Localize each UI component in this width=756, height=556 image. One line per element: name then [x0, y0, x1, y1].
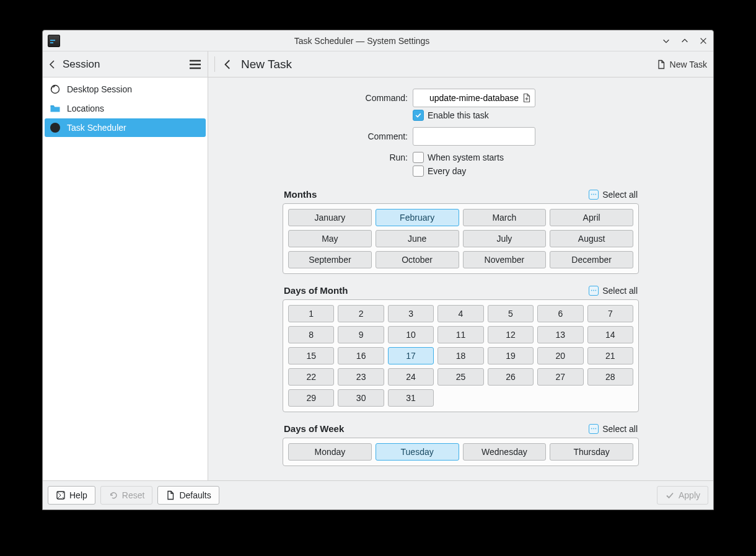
comment-input[interactable] [413, 127, 535, 146]
help-button[interactable]: Help [48, 486, 95, 505]
page-back-icon[interactable] [222, 59, 234, 70]
window-controls [661, 36, 708, 46]
day-toggle-11[interactable]: 11 [437, 326, 483, 343]
window-title: Task Scheduler — System Settings [63, 36, 661, 46]
apply-button: Apply [657, 486, 708, 505]
day-toggle-12[interactable]: 12 [488, 326, 534, 343]
day-toggle-17[interactable]: 17 [388, 347, 434, 364]
checkbox-checked-icon [413, 110, 424, 121]
footer: Help Reset Defaults Apply [43, 480, 713, 510]
run-label: Run: [208, 152, 413, 162]
day-toggle-2[interactable]: 2 [338, 305, 384, 322]
month-toggle-may[interactable]: May [288, 230, 372, 247]
day-toggle-16[interactable]: 16 [338, 347, 384, 364]
weekday-toggle-monday[interactable]: Monday [288, 443, 372, 461]
day-toggle-19[interactable]: 19 [488, 347, 534, 364]
titlebar: Task Scheduler — System Settings [43, 30, 713, 51]
day-toggle-21[interactable]: 21 [587, 347, 633, 364]
toolbar-middle: New Task [208, 51, 650, 77]
month-toggle-april[interactable]: April [550, 209, 633, 226]
sidebar: Desktop Session Locations Task Scheduler [43, 77, 208, 480]
day-toggle-22[interactable]: 22 [288, 368, 334, 386]
weekday-toggle-wednesday[interactable]: Wednesday [463, 443, 547, 461]
day-toggle-13[interactable]: 13 [537, 326, 583, 343]
month-toggle-november[interactable]: November [463, 251, 547, 268]
day-toggle-4[interactable]: 4 [437, 305, 483, 322]
enable-task-label: Enable this task [428, 110, 489, 120]
month-toggle-september[interactable]: September [288, 251, 372, 268]
folder-icon [50, 103, 61, 114]
sidebar-item-label: Task Scheduler [67, 123, 126, 133]
minimize-button[interactable] [661, 36, 671, 46]
run-every-day-checkbox[interactable]: Every day [413, 165, 466, 177]
day-toggle-5[interactable]: 5 [488, 305, 534, 322]
months-section: Months ⋯ Select all JanuaryFebruaryMarch… [283, 189, 639, 274]
apply-label: Apply [679, 490, 700, 500]
comment-label: Comment: [208, 131, 413, 141]
month-toggle-january[interactable]: January [288, 209, 372, 226]
day-toggle-29[interactable]: 29 [288, 389, 334, 407]
content-wrap: Command: [208, 77, 713, 480]
day-toggle-1[interactable]: 1 [288, 305, 334, 322]
month-toggle-december[interactable]: December [550, 251, 633, 268]
month-toggle-august[interactable]: August [550, 230, 633, 247]
month-toggle-july[interactable]: July [463, 230, 547, 247]
back-icon[interactable] [48, 60, 58, 69]
hamburger-icon[interactable] [188, 57, 203, 72]
select-all-icon: ⋯ [589, 424, 599, 434]
day-toggle-26[interactable]: 26 [488, 368, 534, 386]
select-all-label: Select all [602, 286, 638, 296]
select-all-icon: ⋯ [589, 286, 599, 296]
day-toggle-27[interactable]: 27 [537, 368, 583, 386]
close-button[interactable] [698, 36, 708, 46]
day-toggle-25[interactable]: 25 [437, 368, 483, 386]
run-system-start-checkbox[interactable]: When system starts [413, 152, 504, 163]
month-toggle-june[interactable]: June [376, 230, 459, 247]
checkbox-icon [413, 152, 424, 163]
select-all-label: Select all [602, 424, 638, 434]
day-toggle-7[interactable]: 7 [587, 305, 633, 322]
new-task-button[interactable]: New Task [650, 51, 713, 77]
day-toggle-20[interactable]: 20 [537, 347, 583, 364]
day-toggle-15[interactable]: 15 [288, 347, 334, 364]
day-toggle-24[interactable]: 24 [388, 368, 434, 386]
new-task-label: New Task [670, 60, 707, 69]
enable-task-checkbox[interactable]: Enable this task [413, 110, 489, 121]
window: Task Scheduler — System Settings Session [42, 30, 714, 510]
day-toggle-9[interactable]: 9 [338, 326, 384, 343]
reset-label: Reset [122, 490, 145, 500]
clock-icon [50, 122, 61, 133]
sidebar-item-label: Desktop Session [67, 84, 132, 94]
day-toggle-3[interactable]: 3 [388, 305, 434, 322]
days-of-month-title: Days of Month [284, 285, 348, 296]
day-toggle-14[interactable]: 14 [587, 326, 633, 343]
sidebar-item-task-scheduler[interactable]: Task Scheduler [45, 118, 206, 137]
weekday-toggle-thursday[interactable]: Thursday [550, 443, 633, 461]
day-toggle-31[interactable]: 31 [388, 389, 434, 407]
page-title: New Task [241, 58, 292, 71]
day-toggle-28[interactable]: 28 [587, 368, 633, 386]
command-label: Command: [208, 93, 413, 103]
day-toggle-8[interactable]: 8 [288, 326, 334, 343]
app-icon [48, 35, 60, 47]
sidebar-item-desktop-session[interactable]: Desktop Session [45, 80, 206, 99]
sidebar-item-locations[interactable]: Locations [45, 99, 206, 118]
weekday-toggle-tuesday[interactable]: Tuesday [376, 443, 459, 461]
defaults-button[interactable]: Defaults [157, 486, 219, 505]
refresh-icon [50, 84, 61, 95]
days-of-week-select-all[interactable]: ⋯ Select all [589, 424, 638, 434]
command-input[interactable] [413, 89, 535, 107]
days-of-month-select-all[interactable]: ⋯ Select all [589, 286, 638, 296]
month-toggle-march[interactable]: March [463, 209, 547, 226]
day-toggle-18[interactable]: 18 [437, 347, 483, 364]
months-select-all[interactable]: ⋯ Select all [589, 190, 638, 200]
month-toggle-february[interactable]: February [376, 209, 459, 226]
day-toggle-23[interactable]: 23 [338, 368, 384, 386]
browse-icon[interactable] [522, 93, 532, 103]
defaults-icon [165, 490, 175, 500]
month-toggle-october[interactable]: October [376, 251, 459, 268]
day-toggle-6[interactable]: 6 [537, 305, 583, 322]
day-toggle-30[interactable]: 30 [338, 389, 384, 407]
day-toggle-10[interactable]: 10 [388, 326, 434, 343]
maximize-button[interactable] [680, 36, 690, 46]
